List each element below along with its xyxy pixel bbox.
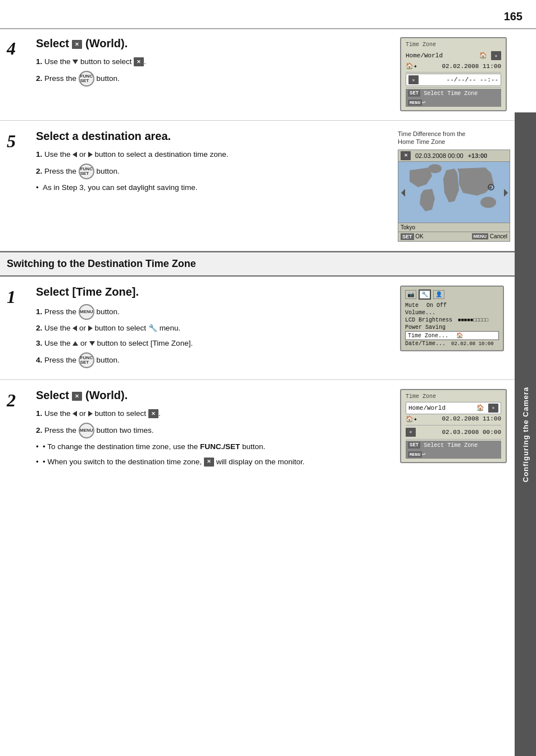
lcd-bar: ■■■■■□□□□□ bbox=[458, 318, 488, 323]
step-4-screen-row3: ✕ --/--/-- --:-- bbox=[406, 74, 501, 86]
step-s2-content: Select ✕ (World). 1. Use the or button t… bbox=[34, 389, 391, 469]
step-4-bottom2: MENU↩ bbox=[406, 98, 501, 107]
dest-star: ✦ bbox=[489, 185, 493, 191]
step-4-screen: Time Zone Home/World 🏠 ✕ 🏠✦ 02.02.2008 1… bbox=[400, 37, 507, 111]
step-s2-suffix: (World). bbox=[85, 389, 128, 401]
step-s1-row: 1 Select [Time Zone]. 1. Press the MENU … bbox=[0, 277, 515, 380]
step-s2-body: 1. Use the or button to select ✕. 2. Pre… bbox=[36, 408, 391, 469]
s2-home-world-icons: 🏠 ✕ bbox=[476, 404, 498, 413]
world-icon-s2-r3: ✕ bbox=[406, 428, 416, 437]
map-offset: +13:00 bbox=[468, 152, 488, 159]
step-5-row: 5 Select a destination area. 1. Use the … bbox=[0, 121, 515, 251]
s2-date-3: 02.03.2008 00:00 bbox=[442, 429, 501, 436]
date-4-2: 02.02.2008 11:00 bbox=[442, 63, 501, 70]
step-4-screen-row2: 🏠✦ 02.02.2008 11:00 bbox=[406, 61, 501, 71]
func-btn-4-2: FUNCSET bbox=[79, 71, 94, 87]
step-s2-screen-row3: ✕ 02.03.2008 00:00 bbox=[406, 427, 501, 438]
date-4-3: --/--/-- --:-- bbox=[447, 76, 498, 83]
world-icon-title-4: ✕ bbox=[72, 40, 82, 49]
divider-4b bbox=[406, 87, 501, 88]
step-5-number: 5 bbox=[0, 130, 34, 242]
step-4-title-suffix: (World). bbox=[85, 37, 128, 49]
home-world-label: Home/World bbox=[406, 52, 443, 59]
step-s2-screen: Time Zone Home/World 🏠 ✕ 🏠✦ 02.02.2008 1… bbox=[400, 389, 507, 463]
map-city: Tokyo bbox=[401, 224, 415, 230]
step-4-image: Time Zone Home/World 🏠 ✕ 🏠✦ 02.02.2008 1… bbox=[391, 37, 515, 111]
step-5-map-container: ✕ 02.03.2008 00:00 +13:00 bbox=[398, 150, 510, 242]
step-5-image: Time Difference from theHome Time Zone ✕… bbox=[389, 130, 515, 242]
divider-s2 bbox=[406, 425, 501, 425]
step-s2-screen-title: Time Zone bbox=[406, 393, 501, 400]
step-5-map-header: ✕ 02.03.2008 00:00 +13:00 bbox=[398, 150, 510, 161]
wrench-icon-s1: 🔧 bbox=[148, 324, 157, 332]
map-date: 02.03.2008 00:00 bbox=[415, 152, 464, 159]
step-s2-bullet2: • When you switch to the destination tim… bbox=[36, 456, 391, 469]
world-icon-s2-b2: ✕ bbox=[204, 458, 214, 467]
step-s2-item-2: 2. Press the MENU button two times. bbox=[36, 423, 391, 438]
switching-header: Switching to the Destination Time Zone bbox=[0, 251, 515, 277]
menu-lcd: LCD Brightness ■■■■■□□□□□ bbox=[405, 316, 499, 324]
world-map-svg: ✦ bbox=[398, 161, 510, 223]
step-s2-image: Time Zone Home/World 🏠 ✕ 🏠✦ 02.02.2008 1… bbox=[391, 389, 515, 469]
divider-s2b bbox=[406, 439, 501, 440]
s2-sun-icon: 🏠✦ bbox=[406, 415, 417, 423]
step-s2-row: 2 Select ✕ (World). 1. Use the or button… bbox=[0, 380, 515, 478]
step-s2-bullet1: • To change the destination time zone, u… bbox=[36, 441, 391, 454]
step-4-title: Select ✕ (World). bbox=[36, 37, 391, 50]
set-badge-4: SET Select Time Zone bbox=[408, 90, 478, 97]
step-4-title-select: Select bbox=[36, 37, 72, 49]
tab-camera: 📷 bbox=[405, 290, 416, 299]
step-5-body: 1. Use the or button to select a destina… bbox=[36, 148, 389, 194]
right-arrow-s2-1 bbox=[88, 411, 93, 417]
func-btn-5-2: FUNCSET bbox=[79, 164, 94, 179]
step-4-item-2: 2. Press the FUNCSET button. bbox=[36, 71, 391, 87]
set-badge-s2: SET Select Time Zone bbox=[408, 442, 478, 449]
main-content: 4 Select ✕ (World). 1. Use the button to… bbox=[0, 28, 515, 478]
step-s1-title: Select [Time Zone]. bbox=[36, 286, 391, 298]
datetime-val: 02.02.08 10:00 bbox=[451, 341, 494, 347]
map-svg: ✦ bbox=[398, 162, 510, 223]
step-5-map-bottom: Tokyo bbox=[398, 223, 510, 232]
step-s2-title: Select ✕ (World). bbox=[36, 389, 391, 402]
up-arrow-s1-3 bbox=[72, 341, 78, 346]
world-icon-map: ✕ bbox=[401, 151, 411, 160]
menu-badge-s2: MENU↩ bbox=[408, 451, 425, 458]
step-s2-select: Select bbox=[36, 389, 72, 401]
world-icon-s2-title: ✕ bbox=[72, 392, 82, 401]
step-s2-screen-row2: 🏠✦ 02.02.2008 11:00 bbox=[406, 414, 501, 424]
left-arrow-icon-5-1 bbox=[72, 152, 77, 157]
step-5-content: Select a destination area. 1. Use the or… bbox=[34, 130, 389, 242]
left-arrow-s2-1 bbox=[72, 411, 77, 417]
step-s1-tabs: 📷 🔧 👤 bbox=[405, 289, 499, 300]
right-arrow-icon-5-1 bbox=[88, 152, 93, 157]
sun-icon-4: 🏠✦ bbox=[406, 62, 417, 70]
step-s2-screen-row1: Home/World 🏠 ✕ bbox=[406, 402, 501, 414]
step-s2-number: 2 bbox=[0, 389, 34, 469]
time-diff-label: Time Difference from theHome Time Zone bbox=[398, 130, 465, 146]
world-icon-s2-1: ✕ bbox=[148, 409, 158, 418]
step-s1-body: 1. Press the MENU button. 2. Use the or … bbox=[36, 304, 391, 368]
left-arrow-s1-2 bbox=[72, 325, 77, 331]
step-5-map-controls: SET OK MENU Cancel bbox=[398, 232, 510, 242]
divider-4 bbox=[406, 72, 501, 73]
step-4-bottom1: SET Select Time Zone bbox=[406, 89, 501, 98]
timezone-label: Time Zone... bbox=[408, 333, 448, 339]
menu-mute: Mute On Off bbox=[405, 302, 499, 309]
step-4-content: Select ✕ (World). 1. Use the button to s… bbox=[34, 37, 391, 111]
home-world-icons: 🏠 ✕ bbox=[479, 51, 501, 60]
step-4-screen-row1: Home/World 🏠 ✕ bbox=[406, 50, 501, 61]
s2-date-2: 02.02.2008 11:00 bbox=[442, 415, 501, 422]
sidebar-label: Configuring the Camera bbox=[515, 112, 536, 756]
step-s2-item-1: 1. Use the or button to select ✕. bbox=[36, 408, 391, 420]
step-4-body: 1. Use the button to select ✕. 2. Press … bbox=[36, 56, 391, 87]
mute-val: On Off bbox=[426, 302, 447, 309]
step-s1-screen: 📷 🔧 👤 Mute On Off Volume... LCD Brightne… bbox=[400, 286, 504, 351]
menu-btn-s1-1: MENU bbox=[79, 304, 94, 320]
menu-volume: Volume... bbox=[405, 309, 499, 316]
datetime-label: Date/Time... bbox=[405, 341, 446, 347]
right-arrow-s1-2 bbox=[88, 325, 93, 331]
step-5-item-2: 2. Press the FUNCSET button. bbox=[36, 164, 389, 179]
map-menu-cancel: MENU Cancel bbox=[472, 233, 507, 240]
step-s1-item-4: 4. Press the FUNCSET button. bbox=[36, 352, 391, 368]
step-4-row: 4 Select ✕ (World). 1. Use the button to… bbox=[0, 28, 515, 121]
